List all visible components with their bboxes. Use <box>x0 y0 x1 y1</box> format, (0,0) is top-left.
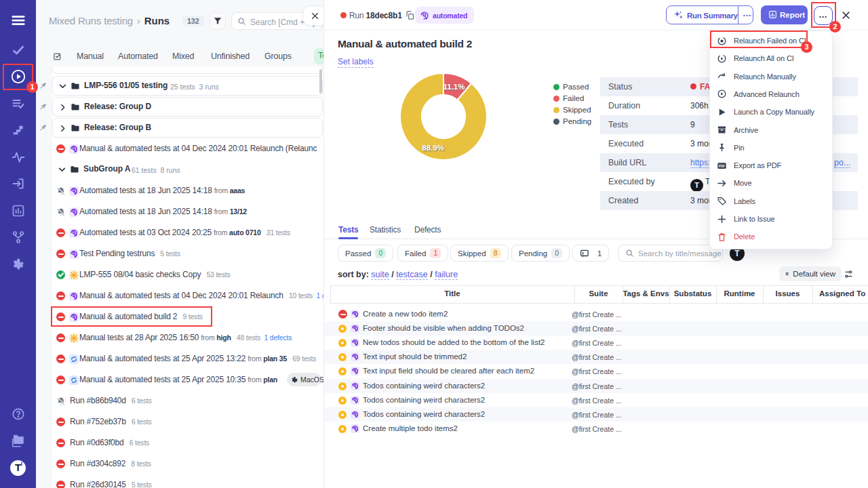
svg-text:88.9%: 88.9% <box>422 144 444 152</box>
svg-text:11.1%: 11.1% <box>443 83 465 91</box>
svg-text:PDF: PDF <box>719 164 725 167</box>
